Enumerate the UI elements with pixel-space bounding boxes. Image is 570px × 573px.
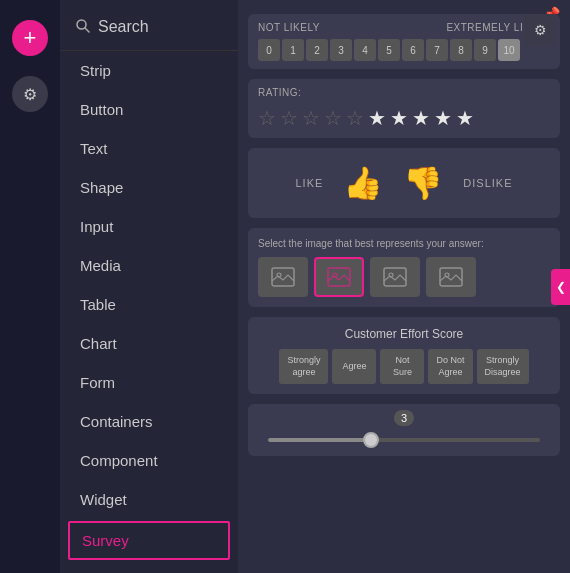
nps-7[interactable]: 7	[426, 39, 448, 61]
like-label: LIKE	[295, 177, 323, 189]
image-grid	[258, 257, 550, 297]
sidebar-item-input[interactable]: Input	[60, 207, 238, 246]
slider-thumb[interactable]	[363, 432, 379, 448]
nps-6[interactable]: 6	[402, 39, 424, 61]
ces-buttons: Stronglyagree Agree NotSure Do NotAgree …	[258, 349, 550, 384]
sidebar-item-text[interactable]: Text	[60, 129, 238, 168]
star-9[interactable]: ★	[434, 106, 452, 130]
thumbs-up-icon[interactable]: 👍	[343, 164, 383, 202]
search-icon	[76, 19, 90, 36]
sidebar-item-survey[interactable]: Survey	[68, 521, 230, 560]
sidebar-item-chart[interactable]: Chart	[60, 324, 238, 363]
sidebar-item-shape[interactable]: Shape	[60, 168, 238, 207]
star-4[interactable]: ☆	[324, 106, 342, 130]
image-select-label: Select the image that best represents yo…	[258, 238, 550, 249]
search-label: Search	[98, 18, 149, 36]
sidebar-item-containers[interactable]: Containers	[60, 402, 238, 441]
slider-value-bubble: 3	[394, 410, 414, 426]
nps-numbers: 0 1 2 3 4 5 6 7 8 9 10	[258, 39, 550, 61]
ces-strongly-disagree[interactable]: StronglyDisagree	[477, 349, 529, 384]
rating-label: RATING:	[258, 87, 550, 98]
sidebar-item-widget[interactable]: Widget	[60, 480, 238, 519]
sidebar-item-button[interactable]: Button	[60, 90, 238, 129]
left-panel: + ⚙	[0, 0, 60, 573]
image-option-3[interactable]	[370, 257, 420, 297]
nps-0[interactable]: 0	[258, 39, 280, 61]
star-5[interactable]: ☆	[346, 106, 364, 130]
nps-widget: NOT LIKELY EXTREMELY LIKELY 0 1 2 3 4 5 …	[248, 14, 560, 69]
settings-button[interactable]: ⚙	[12, 76, 48, 112]
ces-agree[interactable]: Agree	[332, 349, 376, 384]
widget-settings-button[interactable]: ⚙	[524, 14, 556, 46]
add-button[interactable]: +	[12, 20, 48, 56]
sidebar-item-media[interactable]: Media	[60, 246, 238, 285]
star-10[interactable]: ★	[456, 106, 474, 130]
ces-strongly-agree[interactable]: Stronglyagree	[279, 349, 328, 384]
star-2[interactable]: ☆	[280, 106, 298, 130]
slider-track[interactable]	[268, 438, 540, 442]
nps-4[interactable]: 4	[354, 39, 376, 61]
star-8[interactable]: ★	[412, 106, 430, 130]
nps-left-label: NOT LIKELY	[258, 22, 320, 33]
nps-1[interactable]: 1	[282, 39, 304, 61]
nps-5[interactable]: 5	[378, 39, 400, 61]
nps-header: NOT LIKELY EXTREMELY LIKELY	[258, 22, 550, 33]
nps-2[interactable]: 2	[306, 39, 328, 61]
gear-icon: ⚙	[534, 22, 547, 38]
star-6[interactable]: ★	[368, 106, 386, 130]
chevron-left-icon: ❮	[556, 280, 566, 294]
nps-9[interactable]: 9	[474, 39, 496, 61]
star-1[interactable]: ☆	[258, 106, 276, 130]
sidebar-item-strip[interactable]: Strip	[60, 51, 238, 90]
star-3[interactable]: ☆	[302, 106, 320, 130]
sidebar: Search Strip Button Text Shape Input Med…	[60, 0, 238, 573]
dislike-label: DISLIKE	[463, 177, 512, 189]
nps-10[interactable]: 10	[498, 39, 520, 61]
sidebar-item-table[interactable]: Table	[60, 285, 238, 324]
star-rating[interactable]: ☆ ☆ ☆ ☆ ☆ ★ ★ ★ ★ ★	[258, 106, 550, 130]
thumbs-down-icon[interactable]: 👎	[403, 164, 443, 202]
main-content: 📌 ❮ ⚙ NOT LIKELY EXTREMELY LIKELY 0 1 2 …	[238, 0, 570, 573]
ces-title: Customer Effort Score	[258, 327, 550, 341]
sidebar-item-form[interactable]: Form	[60, 363, 238, 402]
ces-do-not-agree[interactable]: Do NotAgree	[428, 349, 472, 384]
like-dislike-widget: LIKE 👍 👎 DISLIKE	[248, 148, 560, 218]
svg-line-1	[85, 28, 89, 32]
nps-8[interactable]: 8	[450, 39, 472, 61]
rating-widget: RATING: ☆ ☆ ☆ ☆ ☆ ★ ★ ★ ★ ★	[248, 79, 560, 138]
ces-widget: Customer Effort Score Stronglyagree Agre…	[248, 317, 560, 394]
image-option-2[interactable]	[314, 257, 364, 297]
search-row[interactable]: Search	[60, 0, 238, 51]
slider-widget: 3	[248, 404, 560, 456]
image-select-widget: Select the image that best represents yo…	[248, 228, 560, 307]
image-option-1[interactable]	[258, 257, 308, 297]
sidebar-item-component[interactable]: Component	[60, 441, 238, 480]
gear-icon: ⚙	[23, 85, 37, 104]
nps-3[interactable]: 3	[330, 39, 352, 61]
star-7[interactable]: ★	[390, 106, 408, 130]
ces-not-sure[interactable]: NotSure	[380, 349, 424, 384]
collapse-button[interactable]: ❮	[551, 269, 570, 305]
image-option-4[interactable]	[426, 257, 476, 297]
